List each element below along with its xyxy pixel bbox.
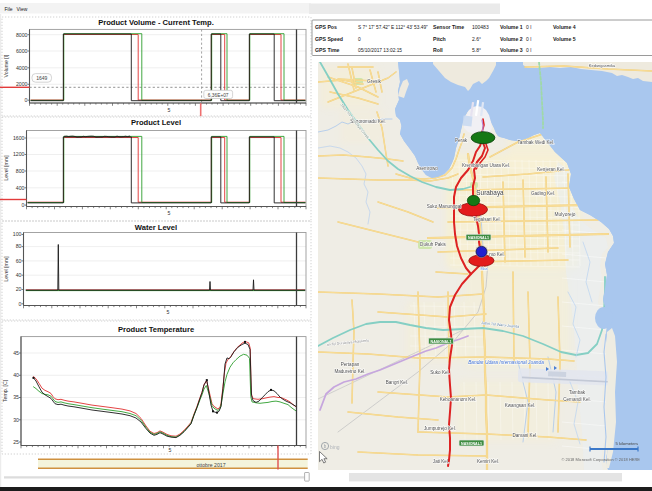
svg-text:5.8°: 5.8° xyxy=(472,47,481,53)
svg-text:05/10/2017 13:02:15: 05/10/2017 13:02:15 xyxy=(358,48,402,53)
svg-text:S 7° 17' 57.42" E 112° 43' 53.: S 7° 17' 57.42" E 112° 43' 53.49" xyxy=(358,25,428,30)
svg-text:Suko Manunggal: Suko Manunggal xyxy=(427,204,461,209)
svg-text:1600: 1600 xyxy=(13,135,25,141)
svg-text:30: 30 xyxy=(13,417,19,423)
svg-text:Pitch: Pitch xyxy=(433,36,446,42)
svg-text:Tegalsari Kel.: Tegalsari Kel. xyxy=(473,217,501,222)
svg-text:5: 5 xyxy=(168,107,171,113)
svg-text:Cemandi Kel.: Cemandi Kel. xyxy=(563,397,591,402)
svg-text:400: 400 xyxy=(16,185,25,191)
svg-text:Kwangsan Kel.: Kwangsan Kel. xyxy=(505,403,536,408)
svg-text:80: 80 xyxy=(16,243,22,249)
svg-text:View: View xyxy=(17,6,28,12)
svg-text:0 l: 0 l xyxy=(526,36,531,42)
svg-text:60: 60 xyxy=(16,258,22,264)
svg-text:Volume 4: Volume 4 xyxy=(553,24,576,30)
svg-text:Suko Kel.: Suko Kel. xyxy=(430,370,450,375)
svg-text:ottobre 2017: ottobre 2017 xyxy=(196,462,225,468)
svg-text:File: File xyxy=(5,6,13,12)
svg-text:Mas: Mas xyxy=(480,267,487,271)
svg-text:Tambak: Tambak xyxy=(569,390,586,395)
svg-text:4000: 4000 xyxy=(16,65,28,71)
svg-text:Pertapan: Pertapan xyxy=(341,362,360,367)
svg-text:Kenjeran Kel.: Kenjeran Kel. xyxy=(537,167,565,172)
svg-text:Water Level: Water Level xyxy=(135,223,177,232)
svg-text:Bangri Kel.: Bangri Kel. xyxy=(386,380,408,385)
svg-text:GPS Speed: GPS Speed xyxy=(315,36,343,42)
svg-text:NASIONAL1: NASIONAL1 xyxy=(431,340,452,344)
svg-text:Damani Kel.: Damani Kel. xyxy=(512,433,537,438)
svg-text:2000: 2000 xyxy=(16,81,28,87)
svg-text:6,36E+07: 6,36E+07 xyxy=(208,93,229,98)
svg-text:8000: 8000 xyxy=(16,32,28,38)
svg-text:Mulyorejo: Mulyorejo xyxy=(555,212,576,217)
svg-text:Tambak Wedi Kel.: Tambak Wedi Kel. xyxy=(518,140,555,145)
svg-text:Level [mm]: Level [mm] xyxy=(3,256,9,282)
svg-text:NASIONAL1: NASIONAL1 xyxy=(461,442,482,446)
svg-text:Roll: Roll xyxy=(433,47,443,53)
svg-text:Volume 2: Volume 2 xyxy=(500,36,523,42)
svg-text:5: 5 xyxy=(167,309,170,315)
svg-text:Gresik: Gresik xyxy=(367,79,381,84)
svg-text:GPS Time: GPS Time xyxy=(315,47,340,53)
svg-text:0 l: 0 l xyxy=(526,47,531,53)
svg-text:0: 0 xyxy=(25,97,28,103)
svg-text:Volume [l]: Volume [l] xyxy=(3,54,9,77)
svg-text:5: 5 xyxy=(169,447,172,453)
svg-text:Volume 1: Volume 1 xyxy=(500,24,523,30)
svg-text:© 2018 Microsoft Corporation: © 2018 Microsoft Corporation © 2018 HERE xyxy=(561,457,640,462)
svg-text:5: 5 xyxy=(168,210,171,216)
svg-text:40: 40 xyxy=(13,372,19,378)
svg-text:25: 25 xyxy=(13,439,19,445)
svg-text:6000: 6000 xyxy=(16,48,28,54)
svg-text:Level [mm]: Level [mm] xyxy=(3,155,9,181)
svg-text:5 kilometers: 5 kilometers xyxy=(615,441,638,446)
svg-text:Temp. [C]: Temp. [C] xyxy=(2,379,8,402)
svg-text:Product Volume - Current Temp.: Product Volume - Current Temp. xyxy=(98,18,214,27)
svg-text:Product Level: Product Level xyxy=(131,118,181,127)
svg-text:GPS Pos: GPS Pos xyxy=(315,24,337,30)
svg-text:Krembangan Utara Kel.: Krembangan Utara Kel. xyxy=(462,163,510,168)
svg-text:40: 40 xyxy=(16,272,22,278)
svg-text:1649: 1649 xyxy=(36,75,47,81)
svg-text:100483: 100483 xyxy=(472,24,489,30)
svg-text:Maduretno Kel.: Maduretno Kel. xyxy=(334,369,365,374)
svg-text:0: 0 xyxy=(22,202,25,208)
svg-text:35: 35 xyxy=(13,394,19,400)
svg-text:0 l: 0 l xyxy=(526,24,531,30)
svg-text:Surabaya: Surabaya xyxy=(476,189,504,197)
svg-text:Jati Kel.: Jati Kel. xyxy=(433,459,449,464)
svg-text:Keboananom Kel.: Keboananom Kel. xyxy=(440,397,477,402)
svg-text:Volume 5: Volume 5 xyxy=(553,36,576,42)
svg-text:0: 0 xyxy=(358,37,361,42)
svg-text:Perak: Perak xyxy=(455,138,468,143)
svg-text:20: 20 xyxy=(16,286,22,292)
svg-text:2.6°: 2.6° xyxy=(472,36,481,42)
svg-text:0: 0 xyxy=(19,301,22,307)
svg-text:Dukuh Pakis: Dukuh Pakis xyxy=(420,242,446,247)
svg-text:bing: bing xyxy=(330,444,340,450)
svg-text:Sensor Time: Sensor Time xyxy=(433,24,464,30)
svg-text:Volume 3: Volume 3 xyxy=(500,47,523,53)
svg-text:mo Kel.: mo Kel. xyxy=(489,252,505,257)
svg-text:1200: 1200 xyxy=(13,151,25,157)
svg-text:Jumputrejo Kel.: Jumputrejo Kel. xyxy=(424,426,456,431)
svg-text:Kedungasmika: Kedungasmika xyxy=(589,63,616,68)
svg-text:100: 100 xyxy=(13,231,22,237)
svg-text:800: 800 xyxy=(16,168,25,174)
svg-text:Kemiri Kel.: Kemiri Kel. xyxy=(477,459,499,464)
svg-text:Gading Kel.: Gading Kel. xyxy=(531,191,555,196)
svg-text:Bandar Udara Internasional Jua: Bandar Udara Internasional Juanda xyxy=(468,360,544,365)
svg-text:45: 45 xyxy=(13,350,19,356)
svg-text:Product Temperature: Product Temperature xyxy=(118,325,194,334)
svg-text:NASIONAL1: NASIONAL1 xyxy=(468,236,489,240)
svg-text:Asemrowo: Asemrowo xyxy=(416,166,438,171)
